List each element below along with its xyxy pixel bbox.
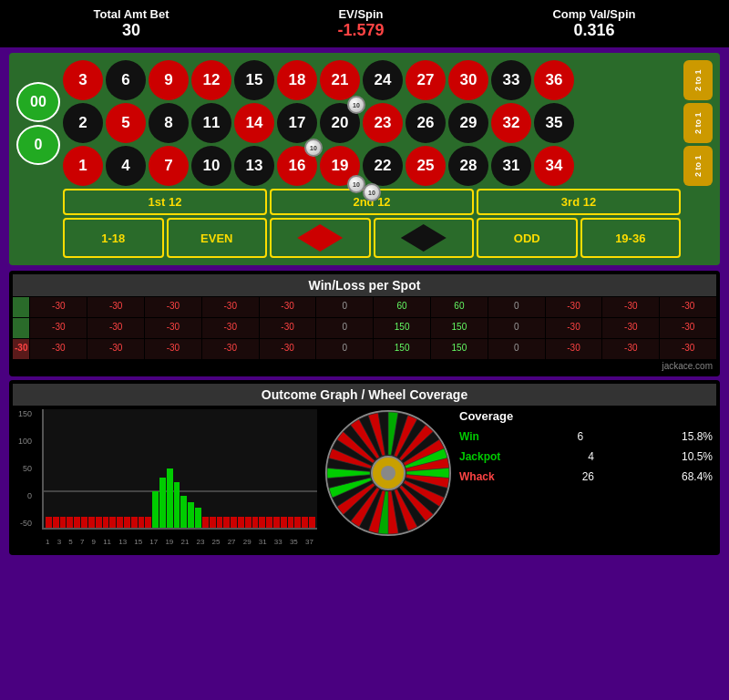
- coverage-win-row: Win 6 15.8%: [459, 428, 713, 445]
- header: Total Amt Bet 30 EV/Spin -1.579 Comp Val…: [0, 0, 729, 47]
- y-axis: 150 100 50 0 -50: [18, 409, 32, 528]
- whack-count: 26: [582, 470, 594, 483]
- num-23[interactable]: 23: [363, 103, 403, 143]
- wl-grid-container: -30 -30 -30 -30 -30 -30 0 60 60 0 -30 -3…: [13, 297, 716, 359]
- num-16[interactable]: 16 10: [277, 146, 317, 186]
- even-cell[interactable]: EVEN: [167, 218, 268, 258]
- 2to1-top[interactable]: 2 to 1: [683, 60, 713, 100]
- num-11[interactable]: 11: [191, 103, 231, 143]
- num-26[interactable]: 26: [406, 103, 446, 143]
- ev-spin-label: EV/Spin: [337, 7, 384, 21]
- num-30[interactable]: 30: [448, 60, 488, 100]
- wl-r2c4: -30: [202, 318, 259, 338]
- odd-cell[interactable]: ODD: [477, 218, 578, 258]
- num-24[interactable]: 24: [363, 60, 403, 100]
- wl-r1c5: -30: [260, 297, 316, 317]
- 3rd-12-cell[interactable]: 3rd 12: [477, 189, 681, 215]
- number-rows: 00 0 3 6 9 12 15 18 21 24 27 30 33 36 2: [16, 60, 713, 186]
- num-29[interactable]: 29: [448, 103, 488, 143]
- num-32[interactable]: 32: [491, 103, 531, 143]
- num-35[interactable]: 35: [534, 103, 574, 143]
- wl-r2c10: -30: [546, 318, 602, 338]
- 2to1-mid[interactable]: 2 to 1: [683, 103, 713, 143]
- num-18[interactable]: 18: [277, 60, 317, 100]
- num-10[interactable]: 10: [191, 146, 231, 186]
- coverage-title: Coverage: [459, 409, 713, 423]
- roulette-table: 00 0 3 6 9 12 15 18 21 24 27 30 33 36 2: [9, 53, 720, 265]
- wl-section: Win/Loss per Spot -30 -30 -30 -30 -30 -3…: [9, 271, 720, 376]
- num-36[interactable]: 36: [534, 60, 574, 100]
- comp-val-spin-value: 0.316: [552, 21, 635, 40]
- bars-container: [44, 409, 317, 528]
- num-8[interactable]: 8: [149, 103, 189, 143]
- num-3[interactable]: 3: [63, 60, 103, 100]
- num-4[interactable]: 4: [106, 146, 146, 186]
- total-amt-bet-label: Total Amt Bet: [93, 7, 169, 21]
- wl-r2c1: -30: [30, 318, 87, 338]
- 1-18-cell[interactable]: 1-18: [63, 218, 164, 258]
- jackpot-label: Jackpot: [459, 450, 500, 463]
- num-15[interactable]: 15: [234, 60, 274, 100]
- num-7[interactable]: 7: [149, 146, 189, 186]
- num-28[interactable]: 28: [448, 146, 488, 186]
- wl-r3c5: -30: [260, 339, 316, 359]
- wl-zero-mid: [13, 318, 29, 338]
- coverage-whack-row: Whack 26 68.4%: [459, 468, 713, 485]
- row-middle: 2 5 8 11 14 17 20 10 23 26 29 32 35: [63, 103, 681, 143]
- num-17[interactable]: 17: [277, 103, 317, 143]
- outcome-title: Outcome Graph / Wheel Coverage: [13, 384, 716, 406]
- zero-column: 00 0: [16, 60, 60, 186]
- wl-r2c12: -30: [660, 318, 716, 338]
- num-19[interactable]: 19 10: [320, 146, 360, 186]
- row-top: 3 6 9 12 15 18 21 24 27 30 33 36: [63, 60, 681, 100]
- wl-r2c9: 0: [488, 318, 545, 338]
- bar-chart: 150 100 50 0 -50: [42, 409, 317, 530]
- num-1[interactable]: 1: [63, 146, 103, 186]
- red-diamond-cell[interactable]: [270, 218, 371, 258]
- wl-r3c10: -30: [546, 339, 602, 359]
- wl-r2c11: -30: [602, 318, 659, 338]
- 1st-12-cell[interactable]: 1st 12: [63, 189, 267, 215]
- black-diamond-cell[interactable]: [374, 218, 475, 258]
- chip-2nd12: 10: [363, 183, 381, 201]
- num-25[interactable]: 25: [406, 146, 446, 186]
- num-14[interactable]: 14: [234, 103, 274, 143]
- double-zero-cell[interactable]: 00: [16, 82, 60, 122]
- num-31[interactable]: 31: [491, 146, 531, 186]
- num-34[interactable]: 34: [534, 146, 574, 186]
- wheel-container: [324, 409, 452, 537]
- num-2[interactable]: 2: [63, 103, 103, 143]
- wl-r1c11: -30: [602, 297, 659, 317]
- wheel-svg: [324, 409, 452, 537]
- coverage-jackpot-row: Jackpot 4 10.5%: [459, 448, 713, 465]
- bottom-bet-row: 1-18 EVEN ODD 19-36: [63, 218, 681, 258]
- num-21[interactable]: 21: [320, 60, 360, 100]
- row-bottom: 1 4 7 10 13 16 10 19 10 22 25 28 31 34: [63, 146, 681, 186]
- jackace-label: jackace.com: [13, 359, 716, 373]
- 19-36-cell[interactable]: 19-36: [580, 218, 682, 258]
- wl-r1c4: -30: [202, 297, 259, 317]
- num-6[interactable]: 6: [106, 60, 146, 100]
- num-9[interactable]: 9: [149, 60, 189, 100]
- num-22[interactable]: 22: [363, 146, 403, 186]
- num-13[interactable]: 13: [234, 146, 274, 186]
- ev-spin-section: EV/Spin -1.579: [337, 7, 384, 40]
- outcome-section: Outcome Graph / Wheel Coverage 150 100 5…: [9, 380, 720, 555]
- zero-cell[interactable]: 0: [16, 125, 60, 165]
- svg-point-2: [381, 466, 395, 480]
- wl-r3c4: -30: [202, 339, 259, 359]
- wl-r3c6: 0: [316, 339, 373, 359]
- num-5[interactable]: 5: [106, 103, 146, 143]
- num-12[interactable]: 12: [191, 60, 231, 100]
- 2to1-bot[interactable]: 2 to 1: [683, 146, 713, 186]
- wl-r3c12: -30: [660, 339, 716, 359]
- num-33[interactable]: 33: [491, 60, 531, 100]
- wl-r1c1: -30: [30, 297, 87, 317]
- num-20[interactable]: 20 10: [320, 103, 360, 143]
- wl-zero-top: [13, 297, 29, 317]
- wl-r2c2: -30: [87, 318, 144, 338]
- num-27[interactable]: 27: [406, 60, 446, 100]
- 2nd-12-cell[interactable]: 2nd 12 10: [270, 189, 474, 215]
- total-amt-bet-value: 30: [93, 21, 169, 40]
- wl-r3c8: 150: [431, 339, 488, 359]
